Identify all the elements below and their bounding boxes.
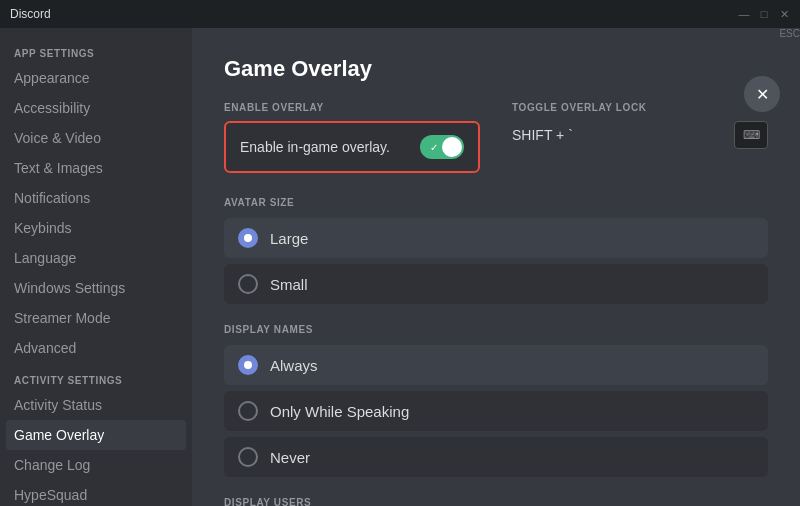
sidebar-item-label: Text & Images <box>14 160 103 176</box>
sidebar-item-language[interactable]: Language <box>6 243 186 273</box>
enable-overlay-block: ENABLE OVERLAY Enable in-game overlay. ✓ <box>224 102 480 173</box>
toggle-check-icon: ✓ <box>430 142 438 153</box>
toggle-lock-block: TOGGLE OVERLAY LOCK SHIFT + ` ⌨ <box>512 102 768 173</box>
display-speaking-option[interactable]: Only While Speaking <box>224 391 768 431</box>
sidebar-item-hypesquad[interactable]: HypeSquad <box>6 480 186 506</box>
avatar-small-option[interactable]: Small <box>224 264 768 304</box>
window-controls: — □ ✕ <box>738 8 790 20</box>
radio-never-circle <box>238 447 258 467</box>
sidebar-item-voice-video[interactable]: Voice & Video <box>6 123 186 153</box>
minimize-button[interactable]: — <box>738 8 750 20</box>
sidebar-item-label: Accessibility <box>14 100 90 116</box>
sidebar-item-label: Appearance <box>14 70 90 86</box>
sidebar-item-appearance[interactable]: Appearance <box>6 63 186 93</box>
esc-label: ESC <box>779 28 800 39</box>
avatar-large-label: Large <box>270 230 308 247</box>
sidebar-item-label: Keybinds <box>14 220 72 236</box>
sidebar-item-text-images[interactable]: Text & Images <box>6 153 186 183</box>
avatar-small-label: Small <box>270 276 308 293</box>
toggle-knob <box>442 137 462 157</box>
radio-large-inner <box>244 234 252 242</box>
display-always-option[interactable]: Always <box>224 345 768 385</box>
enable-overlay-box: Enable in-game overlay. ✓ <box>224 121 480 173</box>
keybind-edit-button[interactable]: ⌨ <box>734 121 768 149</box>
sidebar-item-label: Activity Status <box>14 397 102 413</box>
toggle-lock-label: TOGGLE OVERLAY LOCK <box>512 102 768 113</box>
display-never-option[interactable]: Never <box>224 437 768 477</box>
radio-large-circle <box>238 228 258 248</box>
keyboard-icon: ⌨ <box>743 128 760 142</box>
sidebar-item-windows-settings[interactable]: Windows Settings <box>6 273 186 303</box>
close-button[interactable]: ✕ <box>744 76 780 112</box>
display-users-label: DISPLAY USERS <box>224 497 768 506</box>
avatar-size-label: AVATAR SIZE <box>224 197 768 208</box>
sidebar-item-game-overlay[interactable]: Game Overlay <box>6 420 186 450</box>
radio-small-circle <box>238 274 258 294</box>
display-users-section: DISPLAY USERS <box>224 497 768 506</box>
app-title: Discord <box>10 7 51 21</box>
sidebar-item-accessibility[interactable]: Accessibility <box>6 93 186 123</box>
page-title: Game Overlay <box>224 56 768 82</box>
display-names-label: DISPLAY NAMES <box>224 324 768 335</box>
sidebar-item-label: Windows Settings <box>14 280 125 296</box>
enable-overlay-text: Enable in-game overlay. <box>240 139 390 155</box>
sidebar-item-label: Language <box>14 250 76 266</box>
sidebar-item-keybinds[interactable]: Keybinds <box>6 213 186 243</box>
activity-settings-label: ACTIVITY SETTINGS <box>6 363 186 390</box>
overlay-settings-row: ENABLE OVERLAY Enable in-game overlay. ✓… <box>224 102 768 173</box>
display-never-label: Never <box>270 449 310 466</box>
keybind-row: SHIFT + ` ⌨ <box>512 121 768 149</box>
close-window-button[interactable]: ✕ <box>778 8 790 20</box>
maximize-button[interactable]: □ <box>758 8 770 20</box>
enable-overlay-toggle[interactable]: ✓ <box>420 135 464 159</box>
sidebar-item-label: Voice & Video <box>14 130 101 146</box>
content-area: Game Overlay ✕ ESC ENABLE OVERLAY Enable… <box>192 28 800 506</box>
sidebar: APP SETTINGS Appearance Accessibility Vo… <box>0 28 192 506</box>
sidebar-item-activity-status[interactable]: Activity Status <box>6 390 186 420</box>
sidebar-item-label: Advanced <box>14 340 76 356</box>
radio-always-circle <box>238 355 258 375</box>
app-body: APP SETTINGS Appearance Accessibility Vo… <box>0 28 800 506</box>
keybind-value: SHIFT + ` <box>512 127 726 143</box>
radio-speaking-circle <box>238 401 258 421</box>
sidebar-item-label: Game Overlay <box>14 427 104 443</box>
sidebar-item-streamer-mode[interactable]: Streamer Mode <box>6 303 186 333</box>
sidebar-item-advanced[interactable]: Advanced <box>6 333 186 363</box>
sidebar-item-change-log[interactable]: Change Log <box>6 450 186 480</box>
radio-always-inner <box>244 361 252 369</box>
enable-overlay-label: ENABLE OVERLAY <box>224 102 480 113</box>
avatar-size-section: AVATAR SIZE Large Small <box>224 197 768 304</box>
titlebar: Discord — □ ✕ <box>0 0 800 28</box>
sidebar-item-label: Streamer Mode <box>14 310 110 326</box>
sidebar-item-label: Change Log <box>14 457 90 473</box>
display-names-section: DISPLAY NAMES Always Only While Speaking… <box>224 324 768 477</box>
sidebar-item-notifications[interactable]: Notifications <box>6 183 186 213</box>
display-always-label: Always <box>270 357 318 374</box>
sidebar-item-label: Notifications <box>14 190 90 206</box>
avatar-large-option[interactable]: Large <box>224 218 768 258</box>
sidebar-item-label: HypeSquad <box>14 487 87 503</box>
app-settings-label: APP SETTINGS <box>6 36 186 63</box>
close-area: ✕ ESC <box>779 28 800 39</box>
display-speaking-label: Only While Speaking <box>270 403 409 420</box>
